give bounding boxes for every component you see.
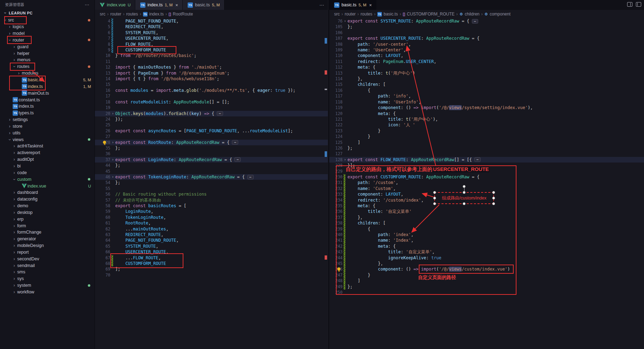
breadcrumb-item[interactable]: src xyxy=(334,12,340,17)
fold-chevron-icon[interactable]: › xyxy=(343,157,347,163)
breadcrumb-item[interactable]: index.ts xyxy=(149,12,164,17)
tree-item-views[interactable]: ›views xyxy=(0,136,95,143)
tree-item-helper[interactable]: ›helper xyxy=(0,50,95,57)
folded-code-ellipsis[interactable]: ⋯ xyxy=(217,111,223,116)
tab-index-vue[interactable]: index.vue U xyxy=(95,0,135,10)
tree-item-custom[interactable]: ›custom xyxy=(0,176,95,183)
tree-item-mainOut.ts[interactable]: TSmainOut.ts xyxy=(0,90,95,96)
code-text: } xyxy=(347,134,370,139)
tree-item-desktop[interactable]: ›desktop xyxy=(0,209,95,216)
tree-item-sendmail[interactable]: ›sendmail xyxy=(0,262,95,269)
fold-chevron-icon xyxy=(343,76,347,82)
tree-item-guard[interactable]: ›guard xyxy=(0,43,95,50)
tab-basic-ts[interactable]: TS basic.ts 5, M xyxy=(183,0,225,10)
close-icon[interactable]: × xyxy=(175,2,178,8)
tab-index-ts[interactable]: TS index.ts 1, M × xyxy=(135,0,183,10)
tree-item-auditOpt[interactable]: ›auditOpt xyxy=(0,156,95,163)
code-editor-index-ts[interactable]: 4 PAGE_NOT_FOUND_ROUTE,5 REDIRECT_ROUTE,… xyxy=(95,18,328,278)
explorer-more-actions-icon[interactable]: ⋯ xyxy=(85,2,90,7)
code-line-46: 46›export const TokenLoginRoute: AppRout… xyxy=(95,174,328,180)
customize-layout-icon[interactable] xyxy=(636,2,641,7)
code-line-9: 9 CUSTOMFORM_ROUTE xyxy=(95,47,328,53)
tree-item-src[interactable]: ›src xyxy=(0,17,95,24)
code-line-110: 110 component: LAYOUT, xyxy=(329,53,644,58)
git-gutter-indicator xyxy=(344,232,345,237)
folded-code-ellipsis[interactable]: ⋯ xyxy=(474,157,481,162)
line-number: 5 xyxy=(95,24,110,30)
tree-item-constant.ts[interactable]: TSconstant.ts xyxy=(0,96,95,103)
tree-item-sms[interactable]: ›sms xyxy=(0,269,95,275)
tree-item-system[interactable]: ›system xyxy=(0,282,95,289)
folded-code-ellipsis[interactable]: ⋯ xyxy=(472,19,478,24)
typescript-file-icon: TS xyxy=(188,2,193,8)
typescript-file-icon: TS xyxy=(22,90,27,96)
tree-item-form[interactable]: ›form xyxy=(0,222,95,229)
code-text: }; xyxy=(347,24,352,30)
folded-code-ellipsis[interactable]: ⋯ xyxy=(232,140,238,145)
fold-chevron-icon[interactable]: › xyxy=(110,140,115,145)
tree-item-activereport[interactable]: ›activereport xyxy=(0,150,95,156)
overview-ruler[interactable] xyxy=(324,18,327,349)
tab-basic-ts-right[interactable]: TS basic.ts 5, M × xyxy=(329,0,376,10)
fold-chevron-icon[interactable]: › xyxy=(110,174,115,180)
tree-item-actHiTaskinst[interactable]: ›actHiTaskinst xyxy=(0,143,95,150)
tree-item-dataconfig[interactable]: ›dataconfig xyxy=(0,196,95,203)
tree-item-routes[interactable]: ›routes xyxy=(0,63,95,70)
tree-item-settings[interactable]: ›settings xyxy=(0,116,95,123)
breadcrumb-item[interactable]: routes xyxy=(360,12,372,17)
project-root-item[interactable]: › LEARUN PC xyxy=(0,9,95,17)
tree-item-logics[interactable]: ›logics xyxy=(0,24,95,30)
tree-item-types.ts[interactable]: TStypes.ts xyxy=(0,110,95,116)
tree-item-code[interactable]: ›code xyxy=(0,169,95,176)
fold-chevron-icon xyxy=(110,53,115,58)
tree-item-sys[interactable]: ›sys xyxy=(0,275,95,282)
tree-item-erp[interactable]: ›erp xyxy=(0,216,95,222)
tree-item-store[interactable]: ›store xyxy=(0,123,95,130)
code-text: path: '/user-center', xyxy=(347,42,411,47)
breadcrumb-item[interactable]: children xyxy=(465,12,480,17)
breadcrumb-item[interactable]: basic.ts xyxy=(384,12,398,17)
chevron-right-icon: › xyxy=(12,157,17,162)
fold-chevron-icon[interactable]: › xyxy=(110,157,115,163)
breadcrumb-item[interactable]: RootRoute xyxy=(173,12,193,17)
tree-item-bi[interactable]: ›bi xyxy=(0,163,95,170)
vscode-window: 资源管理器 ⋯ › LEARUN PC ›src›logics›model›ro… xyxy=(0,0,644,349)
tree-item-basic.ts[interactable]: TSbasic.ts5, M xyxy=(0,77,95,83)
fold-chevron-icon[interactable]: › xyxy=(343,18,347,24)
tree-item-mobileDesign[interactable]: ›mobileDesign xyxy=(0,242,95,249)
split-editor-icon[interactable] xyxy=(627,2,632,7)
tree-item-index.vue[interactable]: index.vueU xyxy=(0,183,95,189)
breadcrumb-item[interactable]: CUSTOMFORM_ROUTE xyxy=(407,12,455,17)
tree-item-formChange[interactable]: ›formChange xyxy=(0,229,95,236)
tabbar-more-icon[interactable]: ⋯ xyxy=(319,2,324,8)
folded-code-ellipsis[interactable]: ⋯ xyxy=(247,175,254,179)
tree-item-secondDev[interactable]: ›secondDev xyxy=(0,255,95,262)
code-text: }); xyxy=(115,116,123,122)
tree-item-report[interactable]: ›report xyxy=(0,249,95,256)
close-icon[interactable]: × xyxy=(369,2,372,8)
fold-chevron-icon[interactable]: › xyxy=(110,111,115,116)
tree-item-utils[interactable]: ›utils xyxy=(0,129,95,136)
line-number: 125 xyxy=(329,140,343,145)
tree-item-workflow[interactable]: ›workflow xyxy=(0,289,95,296)
tree-item-generator[interactable]: ›generator xyxy=(0,236,95,242)
tree-item-modules[interactable]: ›modules xyxy=(0,70,95,77)
tree-item-dashboard[interactable]: ›dashboard xyxy=(0,189,95,196)
breadcrumb-item[interactable]: component xyxy=(490,12,510,17)
tree-item-menus[interactable]: ›menus xyxy=(0,57,95,63)
code-editor-basic-ts[interactable]: 76›export const SYSTEM_ROUTE: AppRouteRe… xyxy=(329,18,644,296)
code-text: export const basicRoutes = [ xyxy=(115,203,186,209)
breadcrumb-item[interactable]: router xyxy=(345,12,356,17)
tree-item-index.ts[interactable]: TSindex.ts xyxy=(0,103,95,110)
code-line-7: 7 USERCENTER_ROUTE, xyxy=(95,36,328,41)
git-gutter-indicator xyxy=(344,197,345,203)
tree-item-index.ts[interactable]: TSindex.ts1, M xyxy=(0,83,95,90)
tree-item-router[interactable]: ›router xyxy=(0,37,95,44)
tree-item-demo[interactable]: ›demo xyxy=(0,203,95,209)
breadcrumb-item[interactable]: src xyxy=(100,12,105,17)
folded-code-ellipsis[interactable]: ⋯ xyxy=(234,157,241,162)
breadcrumb-item[interactable]: router xyxy=(110,12,121,17)
breadcrumb-item[interactable]: routes xyxy=(126,12,138,17)
lightbulb-icon[interactable] xyxy=(103,141,106,144)
tree-item-model[interactable]: ›model xyxy=(0,30,95,37)
